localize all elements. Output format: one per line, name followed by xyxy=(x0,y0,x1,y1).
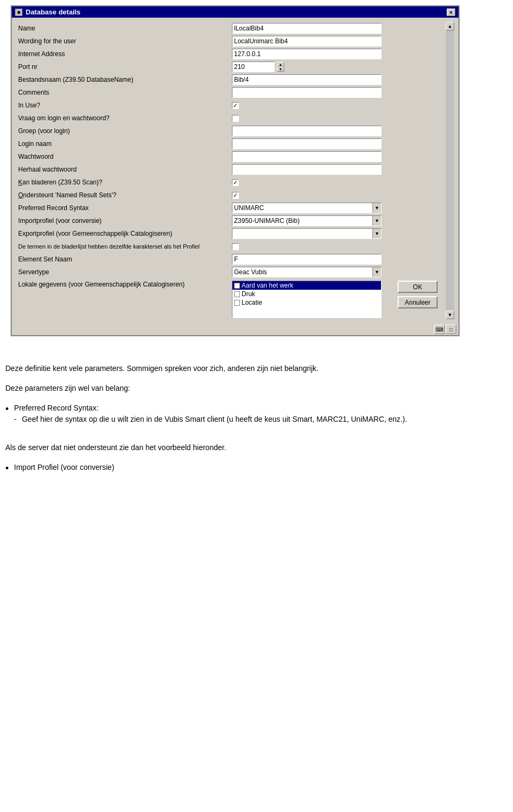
dropdown-importprofiel-value: Z3950-UNIMARC (Bib) xyxy=(232,216,372,225)
sub-dash-icon: - xyxy=(14,414,17,425)
dropdown-preferred-record-syntax-value: UNIMARC xyxy=(232,204,372,212)
control-servertype: Geac Vubis ▼ xyxy=(232,267,440,277)
label-groep: Groep (voor login) xyxy=(18,127,232,135)
control-bestandsnaam xyxy=(232,74,440,85)
scroll-down-button[interactable]: ▼ xyxy=(446,311,454,319)
field-wachtwoord: Wachtwoord xyxy=(16,150,442,163)
field-element-set-naam: Element Set Naam xyxy=(16,253,442,266)
control-herhaal-wachtwoord xyxy=(232,164,440,175)
listbox-item-checkbox[interactable] xyxy=(234,291,240,297)
list-item[interactable]: Locatie xyxy=(232,298,381,307)
scroll-track[interactable] xyxy=(446,30,454,311)
dropdown-preferred-record-syntax-arrow[interactable]: ▼ xyxy=(372,203,381,213)
field-exportprofiel: Exportprofiel (voor Gemeenschappelijk Ca… xyxy=(16,227,442,240)
bullet-list-2: • Import Profiel (voor conversie) xyxy=(5,462,508,475)
intro-paragraph: Deze definitie kent vele parameters. Som… xyxy=(5,363,508,374)
label-name: Name xyxy=(18,25,232,32)
control-name xyxy=(232,23,440,34)
bottom-icons-bar: ⌨ □ xyxy=(12,323,458,335)
control-kan-bladeren: ✓ xyxy=(232,179,440,186)
input-wording[interactable] xyxy=(232,36,382,47)
ok-button[interactable]: OK xyxy=(398,281,438,293)
control-bladerlijst-karakterset xyxy=(232,243,440,250)
control-lokale-gegevens: Aard van het werk Druk Locatie xyxy=(232,281,398,318)
port-down-button[interactable]: ▼ xyxy=(277,67,284,72)
scroll-up-button[interactable]: ▲ xyxy=(446,22,454,30)
input-wachtwoord[interactable] xyxy=(232,151,382,162)
label-login-naam: Login naam xyxy=(18,140,232,148)
close-button[interactable]: × xyxy=(447,9,455,16)
input-comments[interactable] xyxy=(232,87,382,98)
control-login-naam xyxy=(232,138,440,149)
dropdown-servertype-arrow[interactable]: ▼ xyxy=(372,267,381,277)
input-name[interactable] xyxy=(232,23,382,34)
server-note: Als de server dat niet ondersteunt zie d… xyxy=(5,442,508,453)
label-exportprofiel: Exportprofiel (voor Gemeenschappelijk Ca… xyxy=(18,230,232,237)
listbox-item-checkbox[interactable] xyxy=(234,300,240,306)
dropdown-servertype[interactable]: Geac Vubis ▼ xyxy=(232,267,382,277)
keyboard-icon[interactable]: ⌨ xyxy=(434,324,445,334)
dropdown-importprofiel-arrow[interactable]: ▼ xyxy=(372,216,381,226)
control-comments xyxy=(232,87,440,98)
label-bladerlijst-karakterset: De termen in de bladerlijst hebben dezel… xyxy=(18,243,232,250)
input-element-set-naam[interactable] xyxy=(232,254,382,265)
field-name: Name xyxy=(16,22,442,35)
control-groep xyxy=(232,126,440,136)
dialog-buttons: OK Annuleer xyxy=(398,281,440,311)
input-internet-address[interactable] xyxy=(232,49,382,59)
dialog-title: Database details xyxy=(26,8,81,16)
field-login-naam: Login naam xyxy=(16,137,442,150)
listbox-item-checkbox[interactable] xyxy=(234,283,240,289)
listbox-lokale-gegevens[interactable]: Aard van het werk Druk Locatie xyxy=(232,281,382,318)
field-internet-address: Internet Address xyxy=(16,48,442,60)
field-named-result-sets: Ondersteunt 'Named Result Sets'? ✓ xyxy=(16,189,442,202)
control-exportprofiel: ▼ xyxy=(232,228,440,239)
sub-item-1-text: Geef hier de syntax op die u wilt zien i… xyxy=(22,414,407,425)
bullet-item-2-label: Import Profiel (voor conversie) xyxy=(14,462,114,473)
field-comments: Comments xyxy=(16,86,442,99)
bullet-item-label: Preferred Record Syntax: xyxy=(14,404,98,412)
field-servertype: Servertype Geac Vubis ▼ xyxy=(16,266,442,279)
checkbox-inuse[interactable]: ✓ xyxy=(232,102,239,109)
control-importprofiel: Z3950-UNIMARC (Bib) ▼ xyxy=(232,215,440,226)
control-named-result-sets: ✓ xyxy=(232,192,440,199)
label-named-result-sets: Ondersteunt 'Named Result Sets'? xyxy=(18,191,232,199)
dropdown-servertype-value: Geac Vubis xyxy=(232,268,372,276)
input-port[interactable] xyxy=(232,61,275,72)
label-servertype: Servertype xyxy=(18,268,232,276)
control-wachtwoord xyxy=(232,151,440,162)
list-item[interactable]: Druk xyxy=(232,290,381,298)
checkbox-named-result-sets[interactable]: ✓ xyxy=(232,192,239,199)
field-bladerlijst-karakterset: De termen in de bladerlijst hebben dezel… xyxy=(16,240,442,253)
label-herhaal-wachtwoord: Herhaal wachtwoord xyxy=(18,166,232,173)
annuleer-button[interactable]: Annuleer xyxy=(398,296,438,308)
dropdown-exportprofiel[interactable]: ▼ xyxy=(232,228,382,239)
bullet-item-content: Preferred Record Syntax: - Geef hier de … xyxy=(14,403,407,434)
checkbox-kan-bladeren[interactable]: ✓ xyxy=(232,179,239,186)
label-importprofiel: Importprofiel (voor conversie) xyxy=(18,217,232,225)
dropdown-preferred-record-syntax[interactable]: UNIMARC ▼ xyxy=(232,203,382,213)
list-item[interactable]: Aard van het werk xyxy=(232,281,381,290)
control-vraag-login xyxy=(232,115,440,122)
bullet-list-1: • Preferred Record Syntax: - Geef hier d… xyxy=(5,403,508,434)
label-lokale-gegevens: Lokale gegevens (voor Gemeenschappelijk … xyxy=(18,281,232,288)
label-internet-address: Internet Address xyxy=(18,50,232,58)
input-herhaal-wachtwoord[interactable] xyxy=(232,164,382,175)
label-bestandsnaam: Bestandsnaam (Z39.50 DatabaseName) xyxy=(18,76,232,83)
field-kan-bladeren: Kan bladeren (Z39.50 Scan)? ✓ xyxy=(16,176,442,189)
checkbox-bladerlijst-karakterset[interactable] xyxy=(232,243,239,250)
input-login-naam[interactable] xyxy=(232,138,382,149)
sub-item-1: - Geef hier de syntax op die u wilt zien… xyxy=(14,414,407,425)
checkbox-vraag-login[interactable] xyxy=(232,115,239,122)
label-inuse: In Use? xyxy=(18,102,232,109)
clipboard-icon[interactable]: □ xyxy=(446,324,456,334)
titlebar-left: ■ Database details xyxy=(15,8,81,16)
label-wachtwoord: Wachtwoord xyxy=(18,153,232,160)
dialog-titlebar: ■ Database details × xyxy=(12,6,458,18)
control-internet-address xyxy=(232,49,440,59)
dropdown-exportprofiel-arrow[interactable]: ▼ xyxy=(372,229,381,238)
port-up-button[interactable]: ▲ xyxy=(277,62,284,67)
dropdown-importprofiel[interactable]: Z3950-UNIMARC (Bib) ▼ xyxy=(232,215,382,226)
input-groep[interactable] xyxy=(232,126,382,136)
input-bestandsnaam[interactable] xyxy=(232,74,382,85)
